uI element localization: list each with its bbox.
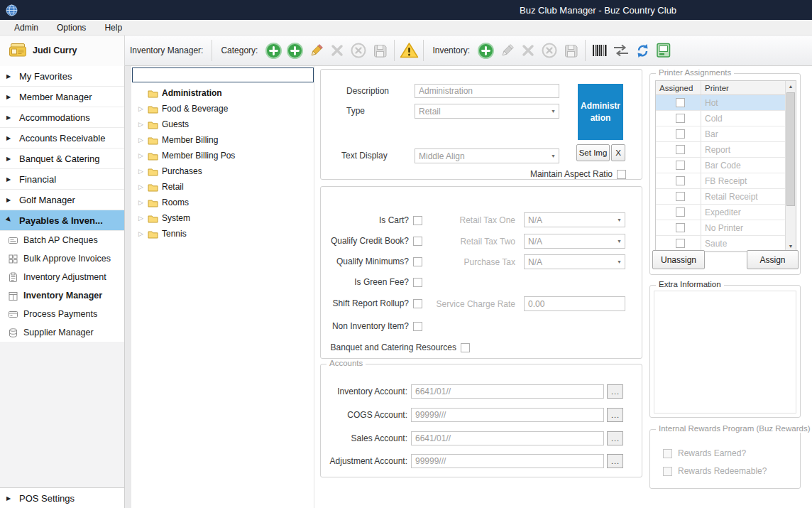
tree-item-food-beverage[interactable]: ▷ Food & Beverage <box>131 101 313 117</box>
pos-screen-button[interactable] <box>653 39 674 62</box>
scroll-up-icon[interactable]: ▲ <box>786 81 796 92</box>
printer-row[interactable]: Report <box>656 142 796 158</box>
printer-row[interactable]: FB Receipt <box>656 173 796 189</box>
tree-item-rooms[interactable]: ▷ Rooms <box>131 195 313 210</box>
sidebar-item-payables-inventory[interactable]: ▶Payables & Inven... <box>0 210 124 231</box>
sidebar-item-inventory-adjustment[interactable]: Inventory Adjustment <box>0 268 124 286</box>
expander-icon[interactable]: ▷ <box>136 183 146 190</box>
expander-icon[interactable]: ▷ <box>136 230 146 237</box>
retail-tax-one-select[interactable]: N/A ▼ <box>524 212 625 227</box>
assign-button[interactable]: Assign <box>747 250 799 269</box>
delete-category-button[interactable] <box>327 39 348 62</box>
sidebar-item-financial[interactable]: ▶Financial <box>0 169 124 190</box>
printer-table-scrollbar[interactable]: ▲ ▼ <box>785 81 796 252</box>
printer-row[interactable]: Hot <box>656 95 796 111</box>
unassign-button[interactable]: Unassign <box>652 250 705 269</box>
sidebar-item-pos-settings[interactable]: ▶POS Settings <box>0 487 124 508</box>
sidebar-item-supplier-manager[interactable]: Supplier Manager <box>0 323 124 342</box>
assigned-checkbox[interactable] <box>676 145 685 154</box>
assigned-checkbox[interactable] <box>676 192 685 201</box>
printer-row[interactable]: Bar <box>656 126 796 142</box>
sidebar-item-accounts-receivable[interactable]: ▶Accounts Receivable <box>0 128 124 148</box>
sidebar-item-inventory-manager[interactable]: Inventory Manager <box>0 286 124 305</box>
rewards-earned-checkbox[interactable] <box>663 449 672 458</box>
expander-icon[interactable]: ▷ <box>136 105 146 112</box>
expander-icon[interactable]: ▷ <box>136 152 146 159</box>
is-cart-checkbox[interactable] <box>413 216 422 225</box>
expander-icon[interactable]: ▷ <box>136 199 146 206</box>
retail-tax-two-select[interactable]: N/A ▼ <box>524 234 625 249</box>
transfer-button[interactable] <box>610 39 632 62</box>
assigned-checkbox[interactable] <box>676 98 685 107</box>
delete-inventory-button[interactable] <box>517 39 539 62</box>
assigned-checkbox[interactable] <box>676 114 685 123</box>
edit-category-button[interactable] <box>305 39 327 62</box>
cogs-account-browse-button[interactable]: ... <box>607 408 623 422</box>
banquet-catering-resources-checkbox[interactable] <box>461 343 470 352</box>
text-display-select[interactable]: Middle Align ▼ <box>415 148 559 163</box>
set-img-button[interactable]: Set Img <box>576 144 610 161</box>
expander-icon[interactable]: ▷ <box>136 136 146 144</box>
sidebar-item-batch-ap-cheques[interactable]: Batch AP Cheques <box>0 231 124 249</box>
sales-account-browse-button[interactable]: ... <box>607 431 623 445</box>
cancel-inventory-button[interactable] <box>539 39 560 62</box>
adjustment-account-input[interactable] <box>411 454 604 468</box>
tree-item-tennis[interactable]: ▷ Tennis <box>131 226 313 242</box>
expander-icon[interactable]: ▷ <box>136 168 146 175</box>
sidebar-item-banquet-catering[interactable]: ▶Banquet & Catering <box>0 148 124 169</box>
rewards-redeemable-checkbox[interactable] <box>663 467 672 476</box>
scrollbar-thumb[interactable] <box>786 92 795 206</box>
sidebar-item-member-manager[interactable]: ▶Member Manager <box>0 87 124 107</box>
non-inventory-item-checkbox[interactable] <box>413 322 422 331</box>
add-inventory-button[interactable] <box>475 39 496 62</box>
printer-row[interactable]: Bar Code <box>656 158 796 173</box>
description-input[interactable] <box>415 84 559 98</box>
warning-icon[interactable] <box>398 39 419 62</box>
adjustment-account-browse-button[interactable]: ... <box>607 454 623 468</box>
clear-img-button[interactable]: X <box>611 144 625 161</box>
cancel-category-button[interactable] <box>348 39 369 62</box>
assigned-checkbox[interactable] <box>676 129 685 139</box>
printer-column-header[interactable]: Printer <box>701 81 786 94</box>
add-subcategory-button[interactable] <box>284 39 305 62</box>
category-search-input[interactable] <box>132 67 314 82</box>
save-inventory-button[interactable] <box>560 39 581 62</box>
expander-icon[interactable]: ▷ <box>136 121 146 128</box>
assigned-checkbox[interactable] <box>676 161 685 170</box>
tree-item-member-billing[interactable]: ▷ Member Billing <box>131 132 313 148</box>
assigned-checkbox[interactable] <box>676 223 685 232</box>
is-green-fee-checkbox[interactable] <box>413 278 422 287</box>
service-charge-rate-input[interactable] <box>524 296 625 311</box>
tree-item-purchases[interactable]: ▷ Purchases <box>131 163 313 179</box>
menu-admin[interactable]: Admin <box>5 23 48 33</box>
printer-row[interactable]: Retail Receipt <box>656 189 796 205</box>
sidebar-item-process-payments[interactable]: Process Payments <box>0 305 124 323</box>
sales-account-input[interactable] <box>411 431 604 445</box>
barcode-button[interactable] <box>589 39 610 62</box>
tree-item-retail[interactable]: ▷ Retail <box>131 179 313 195</box>
tree-item-member-billing-pos[interactable]: ▷ Member Billing Pos <box>131 148 313 163</box>
type-select[interactable]: Retail ▼ <box>415 104 559 119</box>
extra-information-input[interactable] <box>654 291 796 414</box>
assigned-column-header[interactable]: Assigned <box>656 81 701 94</box>
inventory-account-browse-button[interactable]: ... <box>607 384 623 399</box>
assigned-checkbox[interactable] <box>676 176 685 185</box>
assigned-checkbox[interactable] <box>676 239 685 248</box>
menu-options[interactable]: Options <box>48 23 95 33</box>
tree-item-administration[interactable]: Administration <box>131 85 313 101</box>
expander-icon[interactable]: ▷ <box>136 215 146 222</box>
tree-item-system[interactable]: ▷ System <box>131 210 313 226</box>
inventory-account-input[interactable] <box>411 384 604 399</box>
printer-row[interactable]: Saute <box>656 236 796 252</box>
tree-item-guests[interactable]: ▷ Guests <box>131 117 313 132</box>
sidebar-item-accommodations[interactable]: ▶Accommodations <box>0 107 124 128</box>
menu-help[interactable]: Help <box>95 23 131 33</box>
assigned-checkbox[interactable] <box>676 207 685 217</box>
printer-row[interactable]: No Printer <box>656 220 796 236</box>
category-image-tile[interactable]: Administration <box>578 84 623 140</box>
sidebar-item-my-favorites[interactable]: ▶My Favorites <box>0 66 124 87</box>
add-category-button[interactable] <box>263 39 284 62</box>
qualify-minimums-checkbox[interactable] <box>413 257 422 266</box>
printer-row[interactable]: Expediter <box>656 205 796 220</box>
cogs-account-input[interactable] <box>411 408 604 422</box>
